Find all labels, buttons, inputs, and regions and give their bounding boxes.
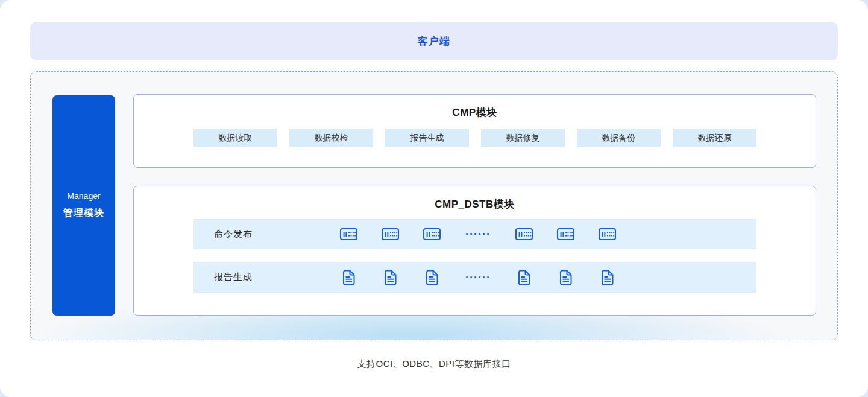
cmp-chip-data-restore: 数据还原	[673, 129, 756, 147]
command-publish-row: 命令发布 ······	[193, 219, 756, 249]
manager-title-en: Manager	[67, 191, 100, 201]
cmp-function-row: 数据读取 数据校检 报告生成 数据修复 数据备份 数据还原	[193, 129, 756, 147]
manager-module-box: Manager 管理模块	[52, 95, 115, 316]
server-panel: Manager 管理模块 CMP模块 数据读取 数据校检 报告生成 数据修复 数…	[30, 71, 838, 340]
document-icon	[515, 270, 533, 285]
document-icon-strip: ······	[340, 270, 616, 285]
document-icon	[557, 270, 574, 285]
server-icon	[599, 228, 616, 240]
document-icon	[340, 270, 357, 285]
ellipsis-separator: ······	[465, 231, 491, 237]
server-icon	[340, 228, 357, 240]
cmp-module-title: CMP模块	[134, 106, 816, 119]
server-icon	[557, 228, 574, 240]
server-icon	[515, 228, 533, 240]
server-icon	[382, 228, 399, 240]
cmp-chip-data-repair: 数据修复	[481, 129, 565, 147]
command-publish-label: 命令发布	[214, 229, 340, 240]
cmp-chip-report-gen: 报告生成	[385, 129, 469, 147]
document-icon	[382, 270, 399, 285]
report-generation-row: 报告生成 ······	[193, 262, 756, 293]
database-interface-caption: 支持OCI、ODBC、DPI等数据库接口	[0, 358, 868, 370]
client-banner-label: 客户端	[418, 34, 450, 48]
document-icon	[423, 270, 441, 285]
cmp-chip-data-check: 数据校检	[289, 129, 373, 147]
cmp-dstb-module-box: CMP_DSTB模块 命令发布 ······	[133, 186, 816, 316]
report-generation-label: 报告生成	[214, 272, 340, 283]
document-icon	[599, 270, 616, 285]
cmp-module-box: CMP模块 数据读取 数据校检 报告生成 数据修复 数据备份 数据还原	[133, 94, 816, 168]
ellipsis-separator: ······	[465, 275, 491, 281]
cmp-chip-data-read: 数据读取	[193, 129, 277, 147]
cmp-dstb-module-title: CMP_DSTB模块	[134, 197, 816, 211]
server-icon	[423, 228, 441, 240]
cmp-chip-data-backup: 数据备份	[577, 129, 661, 147]
client-banner: 客户端	[30, 22, 838, 60]
server-icon-strip: ······	[340, 228, 616, 240]
page-card: 客户端 Manager 管理模块 CMP模块 数据读取 数据校检 报告生成 数据…	[0, 0, 868, 397]
manager-title-zh: 管理模块	[63, 207, 104, 220]
